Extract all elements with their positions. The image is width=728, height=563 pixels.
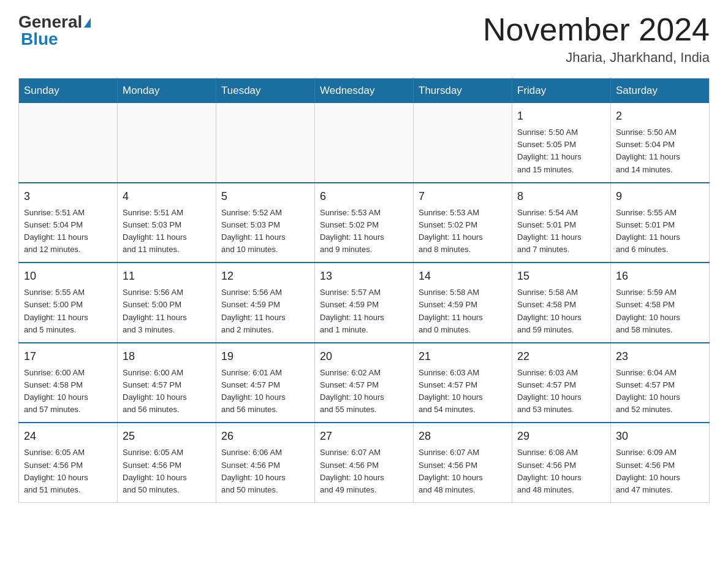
day-number: 13: [320, 268, 408, 285]
calendar-cell: 5Sunrise: 5:52 AM Sunset: 5:03 PM Daylig…: [216, 183, 315, 263]
day-number: 19: [221, 348, 309, 365]
location-title: Jharia, Jharkhand, India: [483, 50, 710, 66]
day-info: Sunrise: 5:57 AM Sunset: 4:59 PM Dayligh…: [320, 286, 408, 336]
day-info: Sunrise: 5:52 AM Sunset: 5:03 PM Dayligh…: [221, 207, 309, 256]
day-number: 20: [320, 348, 408, 365]
day-number: 18: [123, 348, 211, 365]
day-info: Sunrise: 5:56 AM Sunset: 5:00 PM Dayligh…: [123, 286, 211, 336]
day-info: Sunrise: 6:05 AM Sunset: 4:56 PM Dayligh…: [24, 446, 112, 496]
week-row-5: 24Sunrise: 6:05 AM Sunset: 4:56 PM Dayli…: [19, 423, 710, 502]
calendar-cell: 21Sunrise: 6:03 AM Sunset: 4:57 PM Dayli…: [414, 343, 512, 423]
weekday-header-friday: Friday: [512, 79, 611, 104]
day-number: 30: [616, 428, 704, 445]
day-info: Sunrise: 5:54 AM Sunset: 5:01 PM Dayligh…: [517, 207, 605, 256]
day-number: 24: [24, 428, 112, 445]
day-info: Sunrise: 6:00 AM Sunset: 4:58 PM Dayligh…: [24, 367, 112, 416]
day-info: Sunrise: 6:03 AM Sunset: 4:57 PM Dayligh…: [419, 367, 507, 416]
weekday-header-monday: Monday: [118, 79, 216, 104]
day-number: 12: [221, 268, 309, 285]
calendar-cell: 18Sunrise: 6:00 AM Sunset: 4:57 PM Dayli…: [118, 343, 216, 423]
day-info: Sunrise: 6:07 AM Sunset: 4:56 PM Dayligh…: [419, 446, 507, 496]
day-info: Sunrise: 5:51 AM Sunset: 5:03 PM Dayligh…: [123, 207, 211, 256]
month-title: November 2024: [483, 12, 710, 47]
calendar-cell: [315, 103, 414, 183]
day-info: Sunrise: 6:02 AM Sunset: 4:57 PM Dayligh…: [320, 367, 408, 416]
logo: General Blue: [18, 12, 91, 49]
day-info: Sunrise: 6:03 AM Sunset: 4:57 PM Dayligh…: [517, 367, 605, 416]
day-info: Sunrise: 6:08 AM Sunset: 4:56 PM Dayligh…: [517, 446, 605, 496]
day-info: Sunrise: 5:59 AM Sunset: 4:58 PM Dayligh…: [616, 286, 704, 336]
calendar-cell: 16Sunrise: 5:59 AM Sunset: 4:58 PM Dayli…: [611, 262, 710, 343]
day-number: 14: [419, 268, 507, 285]
calendar-cell: 8Sunrise: 5:54 AM Sunset: 5:01 PM Daylig…: [512, 183, 611, 263]
day-number: 16: [616, 268, 704, 285]
calendar-cell: 25Sunrise: 6:05 AM Sunset: 4:56 PM Dayli…: [118, 423, 216, 502]
day-number: 9: [616, 188, 704, 205]
day-number: 15: [517, 268, 605, 285]
day-number: 17: [24, 348, 112, 365]
day-number: 29: [517, 428, 605, 445]
calendar-cell: 26Sunrise: 6:06 AM Sunset: 4:56 PM Dayli…: [216, 423, 315, 502]
calendar-cell: 24Sunrise: 6:05 AM Sunset: 4:56 PM Dayli…: [19, 423, 118, 502]
calendar-cell: [216, 103, 315, 183]
title-section: November 2024 Jharia, Jharkhand, India: [483, 12, 710, 66]
day-info: Sunrise: 5:53 AM Sunset: 5:02 PM Dayligh…: [320, 207, 408, 256]
calendar-table: SundayMondayTuesdayWednesdayThursdayFrid…: [18, 78, 710, 503]
page-header: General Blue November 2024 Jharia, Jhark…: [18, 12, 710, 66]
calendar-cell: 7Sunrise: 5:53 AM Sunset: 5:02 PM Daylig…: [414, 183, 512, 263]
calendar-cell: [414, 103, 512, 183]
day-number: 25: [123, 428, 211, 445]
day-number: 27: [320, 428, 408, 445]
day-number: 23: [616, 348, 704, 365]
day-info: Sunrise: 5:58 AM Sunset: 4:58 PM Dayligh…: [517, 286, 605, 336]
weekday-header-thursday: Thursday: [414, 79, 512, 104]
day-number: 10: [24, 268, 112, 285]
calendar-cell: 13Sunrise: 5:57 AM Sunset: 4:59 PM Dayli…: [315, 262, 414, 343]
week-row-2: 3Sunrise: 5:51 AM Sunset: 5:04 PM Daylig…: [19, 183, 710, 263]
calendar-cell: 14Sunrise: 5:58 AM Sunset: 4:59 PM Dayli…: [414, 262, 512, 343]
day-number: 11: [123, 268, 211, 285]
day-info: Sunrise: 6:07 AM Sunset: 4:56 PM Dayligh…: [320, 446, 408, 496]
day-number: 26: [221, 428, 309, 445]
calendar-cell: 11Sunrise: 5:56 AM Sunset: 5:00 PM Dayli…: [118, 262, 216, 343]
day-info: Sunrise: 6:01 AM Sunset: 4:57 PM Dayligh…: [221, 367, 309, 416]
calendar-cell: 3Sunrise: 5:51 AM Sunset: 5:04 PM Daylig…: [19, 183, 118, 263]
calendar-cell: 17Sunrise: 6:00 AM Sunset: 4:58 PM Dayli…: [19, 343, 118, 423]
weekday-header-row: SundayMondayTuesdayWednesdayThursdayFrid…: [19, 79, 710, 104]
day-number: 22: [517, 348, 605, 365]
calendar-cell: 23Sunrise: 6:04 AM Sunset: 4:57 PM Dayli…: [611, 343, 710, 423]
day-number: 2: [616, 108, 704, 124]
day-number: 5: [221, 188, 309, 205]
day-info: Sunrise: 5:53 AM Sunset: 5:02 PM Dayligh…: [419, 207, 507, 256]
calendar-cell: 9Sunrise: 5:55 AM Sunset: 5:01 PM Daylig…: [611, 183, 710, 263]
day-info: Sunrise: 5:55 AM Sunset: 5:00 PM Dayligh…: [24, 286, 112, 336]
weekday-header-tuesday: Tuesday: [216, 79, 315, 104]
day-number: 28: [419, 428, 507, 445]
calendar-cell: 6Sunrise: 5:53 AM Sunset: 5:02 PM Daylig…: [315, 183, 414, 263]
day-info: Sunrise: 6:06 AM Sunset: 4:56 PM Dayligh…: [221, 446, 309, 496]
logo-triangle: [84, 18, 91, 28]
calendar-cell: 20Sunrise: 6:02 AM Sunset: 4:57 PM Dayli…: [315, 343, 414, 423]
day-info: Sunrise: 5:50 AM Sunset: 5:05 PM Dayligh…: [517, 126, 605, 176]
weekday-header-saturday: Saturday: [611, 79, 710, 104]
calendar-cell: [118, 103, 216, 183]
calendar-cell: 10Sunrise: 5:55 AM Sunset: 5:00 PM Dayli…: [19, 262, 118, 343]
day-info: Sunrise: 6:09 AM Sunset: 4:56 PM Dayligh…: [616, 446, 704, 496]
calendar-cell: 27Sunrise: 6:07 AM Sunset: 4:56 PM Dayli…: [315, 423, 414, 502]
calendar-cell: 2Sunrise: 5:50 AM Sunset: 5:04 PM Daylig…: [611, 103, 710, 183]
calendar-cell: 15Sunrise: 5:58 AM Sunset: 4:58 PM Dayli…: [512, 262, 611, 343]
day-number: 1: [517, 108, 605, 124]
day-info: Sunrise: 5:56 AM Sunset: 4:59 PM Dayligh…: [221, 286, 309, 336]
day-info: Sunrise: 6:00 AM Sunset: 4:57 PM Dayligh…: [123, 367, 211, 416]
day-number: 4: [123, 188, 211, 205]
day-number: 21: [419, 348, 507, 365]
calendar-cell: 4Sunrise: 5:51 AM Sunset: 5:03 PM Daylig…: [118, 183, 216, 263]
day-number: 8: [517, 188, 605, 205]
calendar-cell: 12Sunrise: 5:56 AM Sunset: 4:59 PM Dayli…: [216, 262, 315, 343]
day-info: Sunrise: 5:58 AM Sunset: 4:59 PM Dayligh…: [419, 286, 507, 336]
day-number: 7: [419, 188, 507, 205]
calendar-cell: 28Sunrise: 6:07 AM Sunset: 4:56 PM Dayli…: [414, 423, 512, 502]
calendar-cell: 1Sunrise: 5:50 AM Sunset: 5:05 PM Daylig…: [512, 103, 611, 183]
logo-blue: Blue: [18, 29, 58, 49]
calendar-cell: 22Sunrise: 6:03 AM Sunset: 4:57 PM Dayli…: [512, 343, 611, 423]
